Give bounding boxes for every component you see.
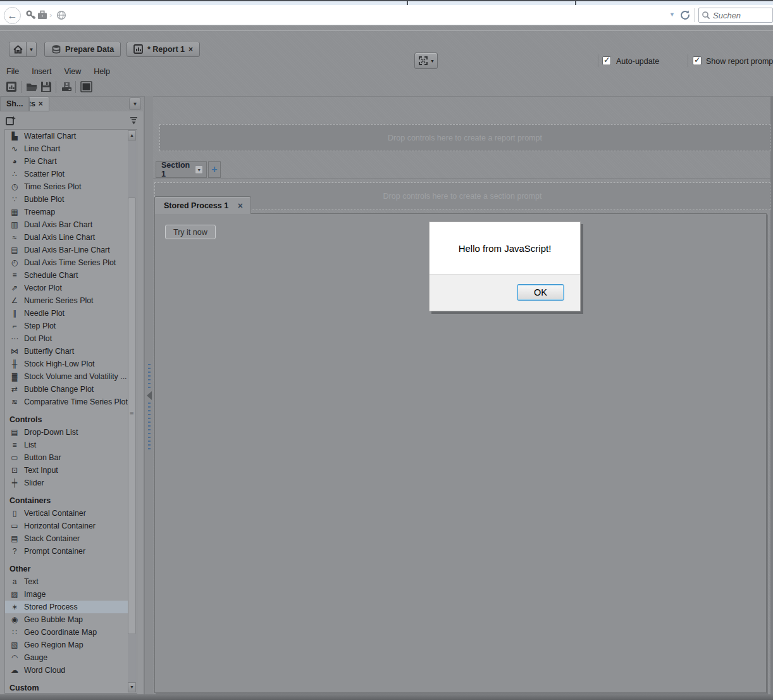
tab-report-1[interactable]: * Report 1 × <box>127 42 200 57</box>
tab-prepare-data[interactable]: Prepare Data <box>44 42 121 57</box>
object-item[interactable]: ∗ Stored Process <box>5 601 129 613</box>
object-item[interactable]: ∴ Scatter Plot <box>5 168 129 180</box>
ok-button[interactable]: OK <box>517 284 564 301</box>
object-item-label: Vertical Container <box>24 509 86 518</box>
object-item[interactable]: ◕ Pie Chart <box>5 155 129 168</box>
object-item[interactable]: ≋ Comparative Time Series Plot <box>5 396 129 408</box>
object-item[interactable]: ∵ Bubble Plot <box>5 193 129 206</box>
panel-splitter[interactable] <box>144 96 153 700</box>
globe-icon <box>56 10 68 22</box>
object-item[interactable]: ◴ Dual Axis Time Series Plot <box>5 256 129 269</box>
object-item[interactable]: ? Prompt Container <box>5 545 129 558</box>
briefcase-icon[interactable] <box>37 9 48 21</box>
panel-tab-close-icon[interactable]: × <box>39 99 43 108</box>
search-box[interactable] <box>698 8 773 23</box>
object-item[interactable]: ▭ Button Bar <box>5 451 129 464</box>
object-item[interactable]: ▤ Stack Container <box>5 532 129 545</box>
object-item-label: Line Chart <box>24 144 60 153</box>
add-section-button[interactable]: + <box>208 161 221 178</box>
browser-tabstrip[interactable] <box>0 0 773 5</box>
object-item[interactable]: ▨ Image <box>5 588 129 601</box>
vertical-container-icon: ▯ <box>9 508 20 518</box>
scroll-down-icon[interactable]: ▼ <box>128 682 136 692</box>
object-item[interactable]: a Text <box>5 575 129 588</box>
image-icon: ▨ <box>9 589 20 599</box>
maximize-view-button[interactable]: ▼ <box>414 53 438 69</box>
collapse-panel-icon[interactable] <box>147 391 152 400</box>
menu-item[interactable]: Help <box>87 66 116 77</box>
object-item[interactable]: ⌐ Step Plot <box>5 320 129 332</box>
object-item[interactable]: ∠ Numeric Series Plot <box>5 294 129 307</box>
export-pdf-icon[interactable] <box>60 80 74 94</box>
object-item[interactable]: ╪ Slider <box>5 477 129 489</box>
object-item[interactable]: ◷ Time Series Plot <box>5 180 129 193</box>
tab-report-1-close-icon[interactable]: × <box>189 45 193 54</box>
address-bar[interactable] <box>70 9 664 23</box>
object-item[interactable]: ▯ Vertical Container <box>5 507 129 520</box>
theme-panel-icon[interactable] <box>80 80 94 94</box>
auto-update-checkbox[interactable] <box>602 56 611 65</box>
object-item[interactable]: ▓ Stock Volume and Volatility ... <box>5 370 129 383</box>
add-custom-object-icon[interactable] <box>5 115 16 127</box>
new-report-icon[interactable] <box>5 80 19 94</box>
object-item[interactable]: ☁ Word Cloud <box>5 664 129 677</box>
filter-icon[interactable] <box>129 116 139 125</box>
object-item[interactable]: ≡ Schedule Chart <box>5 269 129 282</box>
reload-icon[interactable] <box>679 9 691 20</box>
object-item[interactable]: ⋈ Butterfly Chart <box>5 345 129 358</box>
menu-item[interactable]: Insert <box>25 66 58 77</box>
section-prompt-hint: Drop controls here to create a section p… <box>383 192 542 201</box>
object-item[interactable]: ∿ Line Chart <box>5 142 129 155</box>
object-item-label: Waterfall Chart <box>24 132 76 141</box>
tab-stored-process-1[interactable]: Stored Process 1 × <box>154 196 251 214</box>
object-item[interactable]: ∷ Geo Coordinate Map <box>5 626 129 639</box>
try-it-now-button[interactable]: Try it now <box>165 225 216 239</box>
panel-tab[interactable]: Sh... <box>0 96 29 111</box>
tab-section-1[interactable]: Section 1 ▼ <box>156 161 207 178</box>
back-button[interactable]: ← <box>4 7 21 24</box>
objects-scrollbar[interactable]: ▲ ▼ <box>128 130 136 692</box>
object-item[interactable]: ▭ Horizontal Container <box>5 520 129 532</box>
home-button[interactable] <box>9 42 27 57</box>
menu-item[interactable]: File <box>0 66 25 77</box>
home-dropdown-button[interactable]: ▼ <box>26 42 37 57</box>
object-item[interactable]: ◉ Geo Bubble Map <box>5 613 129 626</box>
object-item-label: Needle Plot <box>24 309 65 318</box>
object-item[interactable]: ⇄ Bubble Change Plot <box>5 383 129 396</box>
object-item-label: Dual Axis Bar Chart <box>24 220 92 229</box>
object-item[interactable]: ▦ Treemap <box>5 206 129 218</box>
object-item-label: Vector Plot <box>24 284 62 292</box>
object-item[interactable]: ≈ Dual Axis Line Chart <box>5 231 129 244</box>
main-toolbar <box>0 79 773 97</box>
object-item[interactable]: ╫ Stock High-Low Plot <box>5 358 129 370</box>
search-input[interactable] <box>713 11 767 20</box>
scrollbar-thumb[interactable] <box>128 197 136 634</box>
menu-item[interactable]: View <box>58 66 87 77</box>
object-item[interactable]: ▤ Drop-Down List <box>5 426 129 439</box>
object-item[interactable]: ▧ Geo Region Map <box>5 639 129 651</box>
tab-section-1-label: Section 1 <box>161 161 192 178</box>
section-menu-icon[interactable]: ▼ <box>195 165 203 174</box>
dual-axis-bar-chart-icon: ▥ <box>9 220 20 230</box>
report-prompt-drop-zone[interactable]: Drop controls here to create a report pr… <box>159 124 770 151</box>
object-item[interactable]: ∥ Needle Plot <box>5 307 129 320</box>
object-item-label: Stack Container <box>24 534 80 543</box>
object-item[interactable]: ⊡ Text Input <box>5 464 129 477</box>
show-report-prompts-checkbox[interactable] <box>693 56 702 65</box>
urlbar-dropdown-icon[interactable]: ▼ <box>669 11 675 18</box>
scroll-up-icon[interactable]: ▲ <box>128 130 136 141</box>
object-item[interactable]: ▥ Dual Axis Bar Chart <box>5 218 129 231</box>
tab-stored-process-1-close-icon[interactable]: × <box>238 201 243 211</box>
report-icon <box>133 44 144 54</box>
key-icon[interactable] <box>25 9 37 21</box>
object-item[interactable]: ⇗ Vector Plot <box>5 282 129 294</box>
save-icon[interactable] <box>40 80 54 94</box>
open-icon[interactable] <box>25 80 39 94</box>
object-item[interactable]: ▙ Waterfall Chart <box>5 130 129 142</box>
object-item[interactable]: ≡ List <box>5 439 129 451</box>
object-item[interactable]: ⋯ Dot Plot <box>5 332 129 345</box>
object-item[interactable]: ▤ Dual Axis Bar-Line Chart <box>5 244 129 256</box>
object-item-label: Gauge <box>24 653 47 662</box>
object-item[interactable]: ◠ Gauge <box>5 651 129 664</box>
panel-tab-overflow-button[interactable]: ▼ <box>129 97 141 110</box>
